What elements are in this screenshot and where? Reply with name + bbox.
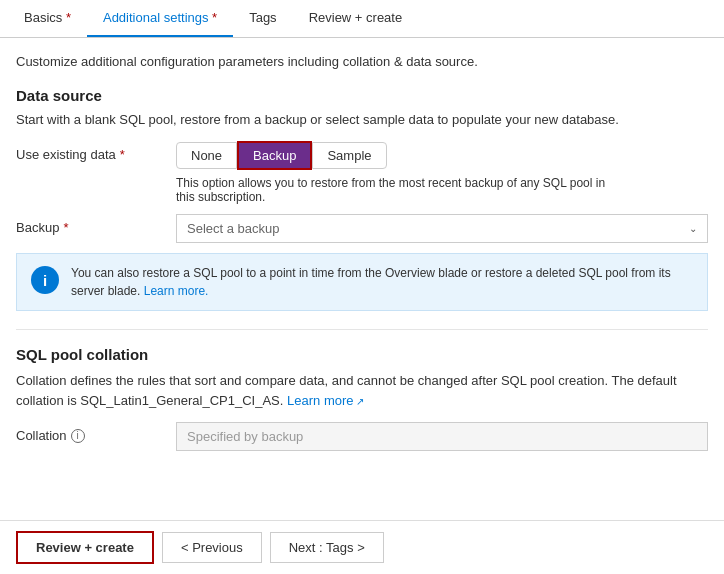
backup-dropdown[interactable]: Select a backup ⌄ [176, 214, 708, 243]
tab-bar: Basics Additional settings Tags Review +… [0, 0, 724, 38]
backup-placeholder: Select a backup [187, 221, 280, 236]
backup-label: Backup * [16, 214, 176, 235]
footer: Review + create < Previous Next : Tags > [0, 520, 724, 574]
collation-info-icon[interactable]: i [71, 429, 85, 443]
info-icon: i [31, 266, 59, 294]
collation-label: Collation i [16, 422, 176, 443]
dropdown-arrow-icon: ⌄ [689, 223, 697, 234]
section-divider [16, 329, 708, 330]
review-create-button[interactable]: Review + create [16, 531, 154, 564]
use-existing-data-row: Use existing data * None Backup Sample T… [16, 141, 708, 204]
collation-description: Collation defines the rules that sort an… [16, 371, 708, 410]
backup-row: Backup * Select a backup ⌄ [16, 214, 708, 243]
tab-tags[interactable]: Tags [233, 0, 292, 37]
info-learn-more-link[interactable]: Learn more. [144, 284, 209, 298]
tab-review-create[interactable]: Review + create [293, 0, 419, 37]
intro-text: Customize additional configuration param… [16, 54, 708, 69]
next-button[interactable]: Next : Tags > [270, 532, 384, 563]
collation-title: SQL pool collation [16, 346, 708, 363]
data-source-title: Data source [16, 87, 708, 104]
data-source-options: None Backup Sample [176, 141, 708, 170]
data-source-description: Start with a blank SQL pool, restore fro… [16, 112, 708, 127]
data-source-section: Data source Start with a blank SQL pool,… [16, 87, 708, 311]
collation-section: SQL pool collation Collation defines the… [16, 346, 708, 451]
tab-basics[interactable]: Basics [8, 0, 87, 37]
option-description: This option allows you to restore from t… [176, 176, 616, 204]
collation-row: Collation i Specified by backup [16, 422, 708, 451]
option-none[interactable]: None [176, 142, 237, 169]
tab-additional-settings[interactable]: Additional settings [87, 0, 233, 37]
option-sample[interactable]: Sample [312, 142, 386, 169]
collation-learn-more-link[interactable]: Learn more ↗ [287, 393, 364, 408]
previous-button[interactable]: < Previous [162, 532, 262, 563]
use-existing-label: Use existing data * [16, 141, 176, 162]
collation-input[interactable]: Specified by backup [176, 422, 708, 451]
info-box: i You can also restore a SQL pool to a p… [16, 253, 708, 311]
option-backup[interactable]: Backup [237, 141, 312, 170]
